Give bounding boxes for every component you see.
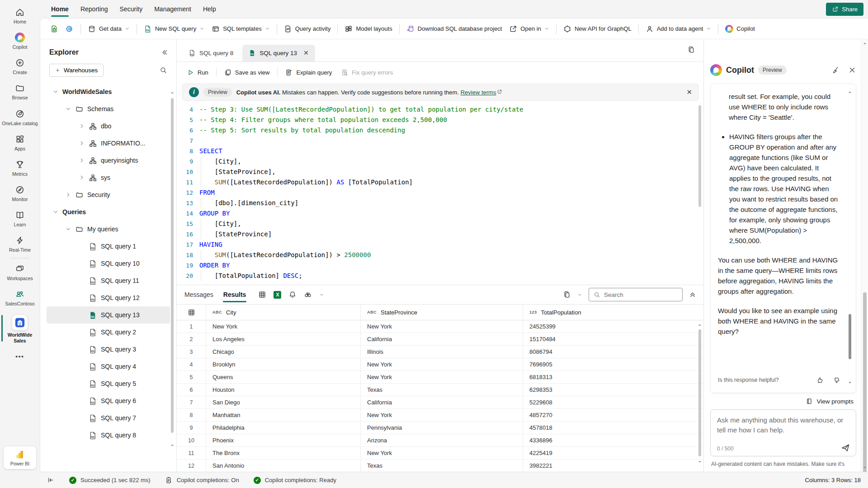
rail-item-more[interactable]: •••	[0, 348, 40, 367]
rail-item-monitor[interactable]: Monitor	[0, 181, 40, 206]
tree-item-schemas[interactable]: Schemas	[47, 100, 170, 117]
tree-item-security[interactable]: Security	[47, 186, 170, 203]
copy-options-chevron-icon[interactable]	[577, 292, 582, 297]
tree-item-sql-query-5[interactable]: SQLSQL query 5	[47, 375, 170, 392]
copy-tabs-icon[interactable]	[687, 46, 695, 54]
rail-item-onelake-catalog[interactable]: OneLake catalog	[0, 105, 40, 131]
table-row[interactable]: 10PhoenixArizona4336896	[177, 434, 703, 447]
thumbs-down-icon[interactable]	[833, 376, 840, 384]
code-line[interactable]: 7	[177, 136, 703, 146]
tree-item-sql-query-8[interactable]: SQLSQL query 8	[47, 427, 170, 444]
review-terms-link[interactable]: Review terms	[461, 89, 496, 96]
share-button[interactable]: Share	[826, 3, 863, 16]
ribbon-button-add-to-data-agent[interactable]: Add to data agent	[642, 22, 715, 36]
table-row[interactable]: 3ChicagoIllinois8086794	[177, 346, 703, 358]
editor-tab-sql-query-8[interactable]: SQLSQL query 8	[182, 45, 240, 61]
rail-item-salescontoso[interactable]: SalesContoso	[0, 286, 40, 311]
editor-scrollbar[interactable]	[698, 105, 702, 282]
rail-item-copilot[interactable]: Copilot	[0, 29, 40, 54]
scrollbar-thumb[interactable]	[171, 98, 174, 433]
code-line[interactable]: 11 SUM([LatestRecordedPopulation]) AS [T…	[177, 177, 703, 188]
table-row[interactable]: 4BrooklynNew York7696905	[177, 358, 703, 371]
code-line[interactable]: 10 [StateProvince],	[177, 167, 703, 177]
menu-tab-home[interactable]: Home	[45, 3, 75, 15]
grid-icon[interactable]	[188, 309, 195, 316]
code-line[interactable]: 12FROM	[177, 188, 703, 198]
tree-item-sql-query-6[interactable]: SQLSQL query 6	[47, 392, 170, 409]
code-line[interactable]: 15 [City],	[177, 219, 703, 229]
table-row[interactable]: 5QueensNew York6818313	[177, 371, 703, 384]
table-row[interactable]: 8ManhattanNew York4857270	[177, 409, 703, 422]
table-view-icon[interactable]	[258, 291, 266, 299]
collapse-statusbar-icon[interactable]	[47, 476, 55, 484]
tree-item-sql-query-3[interactable]: SQLSQL query 3	[47, 341, 170, 358]
table-row[interactable]: 11The BronxNew York4225419	[177, 447, 703, 460]
scrollbar-thumb[interactable]	[849, 314, 851, 359]
scroll-up-icon[interactable]	[170, 90, 175, 95]
rail-item-workspaces[interactable]: Workspaces	[0, 260, 40, 286]
editor-tab-sql-query-13[interactable]: SQLSQL query 13✕	[242, 45, 315, 61]
alerts-icon[interactable]	[288, 291, 297, 299]
scrollbar-thumb[interactable]	[698, 105, 701, 207]
column-header-totalpopulation[interactable]: 123TotalPopulation	[523, 305, 703, 320]
query-toolbar-run[interactable]: Run	[182, 66, 213, 79]
rail-item-real-time[interactable]: Real-Time	[0, 232, 40, 257]
code-line[interactable]: 4-- Step 3: Use SUM([LatestRecordedPopul…	[177, 104, 703, 115]
message-scrollbar[interactable]	[847, 89, 853, 381]
sql-code-editor[interactable]: 4-- Step 3: Use SUM([LatestRecordedPopul…	[177, 103, 703, 285]
ribbon-button-new-sql-query[interactable]: SQLNew SQL query	[140, 22, 208, 36]
tree-item-sys[interactable]: sys	[47, 169, 170, 186]
explorer-scrollbar[interactable]	[170, 90, 175, 442]
copy-results-icon[interactable]	[563, 291, 571, 299]
close-tab-icon[interactable]: ✕	[303, 50, 309, 56]
ribbon-button-get-data[interactable]: Get data	[84, 22, 133, 36]
table-row[interactable]: 7San DiegoCalifornia5229608	[177, 396, 703, 409]
add-warehouses-button[interactable]: Warehouses	[49, 64, 104, 77]
code-line[interactable]: 6-- Step 5: Sort results by total popula…	[177, 125, 703, 136]
tree-item-sql-query-7[interactable]: SQLSQL query 7	[47, 409, 170, 427]
results-tab-messages[interactable]: Messages	[184, 289, 214, 300]
menu-tab-help[interactable]: Help	[197, 3, 222, 15]
tree-item-informatio[interactable]: INFORMATIO...	[47, 135, 170, 152]
tree-item-sql-query-2[interactable]: SQLSQL query 2	[47, 324, 170, 341]
ribbon-button-sql-templates[interactable]: SQL templates	[208, 22, 274, 36]
tree-item-worldwidesales[interactable]: WorldWideSales	[47, 83, 170, 100]
ribbon-button-filelock[interactable]	[47, 22, 62, 36]
tree-item-sql-query-10[interactable]: SQLSQL query 10	[47, 255, 170, 272]
ribbon-button-new-api-for-graphql[interactable]: New API for GraphQL	[560, 22, 635, 36]
menu-tab-security[interactable]: Security	[114, 3, 149, 15]
code-line[interactable]: 14GROUP BY	[177, 208, 703, 219]
rail-item-worldwide-sales[interactable]: WorldWide Sales	[0, 311, 40, 348]
thumbs-up-icon[interactable]	[816, 376, 824, 384]
collapse-panel-icon[interactable]	[161, 49, 168, 56]
tree-item-dbo[interactable]: dbo	[47, 117, 170, 135]
code-line[interactable]: 13 [dbo].[dimension_city]	[177, 198, 703, 208]
code-line[interactable]: 9 [City],	[177, 156, 703, 167]
table-row[interactable]: 6HoustonTexas6298353	[177, 384, 703, 396]
results-search-input[interactable]: Search	[589, 288, 683, 301]
scroll-down-icon[interactable]	[847, 380, 853, 385]
banner-close-icon[interactable]: ✕	[686, 88, 692, 96]
scroll-up-icon[interactable]	[862, 41, 868, 46]
code-line[interactable]: 20 [TotalPopulation] DESC;	[177, 271, 703, 281]
ribbon-button-copilot[interactable]: Copilot	[722, 22, 758, 36]
code-line[interactable]: 19ORDER BY	[177, 260, 703, 271]
scroll-up-icon[interactable]	[697, 322, 703, 328]
more-options-chevron-icon[interactable]	[319, 292, 324, 297]
power-bi-switcher[interactable]: Power BI	[4, 446, 36, 469]
query-toolbar-explain-query[interactable]: Explain query	[281, 66, 336, 79]
column-header-stateprovince[interactable]: ABCStateProvince	[360, 305, 523, 320]
tree-item-sql-query-12[interactable]: SQLSQL query 12	[47, 289, 170, 306]
rail-item-home[interactable]: Home	[0, 4, 40, 29]
scroll-down-icon[interactable]	[862, 465, 868, 470]
rail-item-metrics[interactable]: Metrics	[0, 156, 40, 181]
menu-tab-reporting[interactable]: Reporting	[75, 3, 114, 15]
results-scrollbar[interactable]	[697, 322, 703, 470]
table-row[interactable]: 1New YorkNew York24525399	[177, 320, 703, 333]
ribbon-button-download-sql-database-project[interactable]: Download SQL database project	[403, 22, 506, 36]
table-row[interactable]: 9PhiladelphiaPennsylvania4578018	[177, 422, 703, 434]
query-toolbar-save-as-view[interactable]: Save as view	[220, 66, 274, 79]
tree-item-sql-query-13[interactable]: SQLSQL query 13	[47, 306, 170, 324]
ribbon-button-query-activity[interactable]: Query activity	[280, 22, 335, 36]
completions-on-status[interactable]: Copilot completions: On	[177, 477, 239, 483]
